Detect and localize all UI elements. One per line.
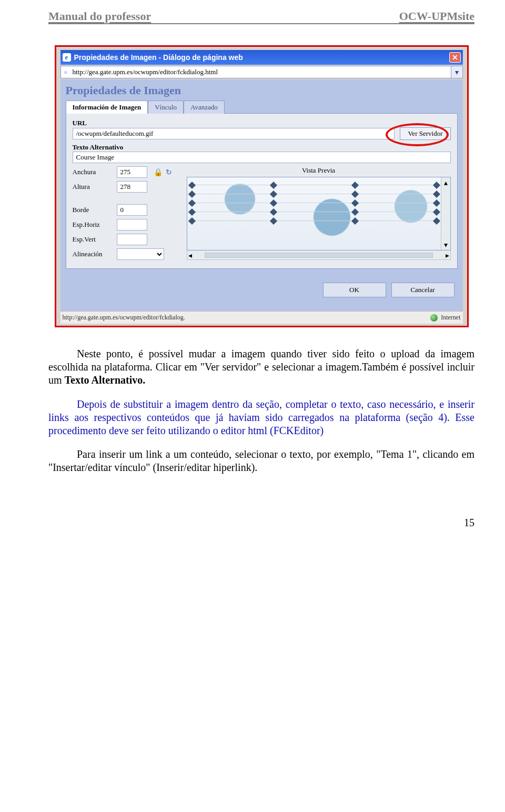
preview-vscroll[interactable]: ▴ ▾ (441, 177, 450, 250)
preview-label: Vista Previa (187, 166, 451, 175)
page-header: Manual do professor OCW-UPMsite (48, 0, 474, 24)
dims-column: Anchura 🔒 ↻ Altura Borde (73, 166, 172, 260)
ok-button[interactable]: OK (323, 283, 386, 297)
espv-input[interactable] (117, 234, 147, 245)
preview-image (187, 177, 450, 250)
hscroll-thumb[interactable] (205, 253, 433, 258)
url-input[interactable] (73, 128, 395, 139)
form-area: URL Ver Servidor Texto Alternativo Anchu… (66, 113, 458, 269)
borde-label: Borde (73, 206, 113, 214)
header-rule (48, 23, 474, 24)
preview-box: ▴ ▾ (187, 177, 451, 250)
anchura-label: Anchura (73, 168, 113, 176)
esph-input[interactable] (117, 219, 147, 230)
status-bar: http://gea.gate.upm.es/ocwupm/editor/fck… (60, 311, 463, 324)
alin-select[interactable] (117, 248, 164, 260)
scroll-down-icon[interactable]: ▾ (444, 240, 448, 249)
paragraph-2: Depois de substituir a imagem dentro da … (48, 398, 474, 438)
tabs: Información de Imagen Vínculo Avanzado (66, 101, 458, 114)
dialog-body: Propiedades de Imagen Información de Ima… (60, 79, 463, 311)
status-zone: Internet (441, 314, 460, 322)
close-icon[interactable]: ✕ (449, 52, 461, 63)
titlebar: e Propiedades de Imagen - Diálogo de pág… (60, 50, 463, 65)
cancel-button[interactable]: Cancelar (391, 283, 454, 297)
tab-link[interactable]: Vínculo (148, 101, 184, 114)
header-right: OCW-UPMsite (399, 9, 474, 23)
header-left: Manual do professor (48, 9, 151, 23)
address-input[interactable] (70, 66, 451, 78)
p1-bold: Texto Alternativo. (65, 374, 146, 386)
tab-info[interactable]: Información de Imagen (66, 101, 148, 114)
alin-label: Alineación (73, 250, 113, 258)
dialog-title: Propiedades de Imagen (66, 84, 458, 97)
refresh-icon[interactable]: ↻ (166, 168, 172, 176)
dialog-buttons: OK Cancelar (66, 269, 458, 304)
url-label: URL (73, 119, 451, 127)
screenshot-frame: e Propiedades de Imagen - Diálogo de pág… (55, 45, 469, 327)
preview-column: Vista Previa ▴ ▾ (187, 166, 451, 260)
status-url: http://gea.gate.upm.es/ocwupm/editor/fck… (63, 314, 185, 322)
annotation-circle (386, 123, 449, 146)
paragraph-1: Neste ponto, é possível mudar a imagem q… (48, 347, 474, 387)
scroll-right-icon[interactable]: ▸ (446, 251, 449, 259)
page-icon: ▫ (61, 68, 70, 76)
espv-label: Esp.Vert (73, 235, 113, 244)
internet-zone-icon (430, 314, 438, 322)
tab-advanced[interactable]: Avanzado (184, 101, 225, 114)
preview-hscroll[interactable]: ◂ ▸ (187, 250, 451, 260)
esph-label: Esp.Horiz (73, 220, 113, 229)
scroll-left-icon[interactable]: ◂ (188, 251, 192, 259)
anchura-input[interactable] (117, 166, 147, 178)
lock-icon[interactable]: 🔒 (154, 168, 163, 176)
titlebar-text: Propiedades de Imagen - Diálogo de págin… (74, 53, 243, 62)
altura-input[interactable] (117, 181, 147, 193)
altura-label: Altura (73, 183, 113, 191)
scroll-up-icon[interactable]: ▴ (444, 178, 448, 187)
alt-input[interactable] (73, 152, 451, 163)
address-bar: ▫ ▾ (60, 66, 463, 78)
borde-input[interactable] (117, 204, 147, 216)
page-number: 15 (48, 517, 474, 529)
ie-icon: e (63, 53, 71, 62)
alt-label: Texto Alternativo (73, 143, 451, 152)
address-dropdown-icon[interactable]: ▾ (451, 66, 462, 78)
paragraph-3: Para inserir um link a um conteúdo, sele… (48, 448, 474, 474)
